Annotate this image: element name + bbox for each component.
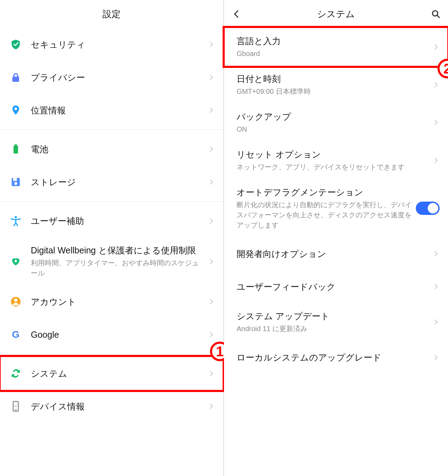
chevron bbox=[208, 40, 215, 49]
chevron bbox=[208, 257, 215, 266]
chevron bbox=[208, 144, 215, 154]
row-title: セキュリティ bbox=[31, 38, 204, 51]
sync-icon bbox=[10, 368, 22, 379]
system-title: システム bbox=[317, 8, 355, 20]
chevron-right-icon bbox=[208, 401, 215, 411]
chevron-right-icon bbox=[433, 282, 440, 292]
settings-header: 設定 bbox=[0, 0, 223, 28]
row-title: Digital Wellbeing と保護者による使用制限 bbox=[31, 244, 204, 257]
chevron bbox=[208, 401, 215, 411]
chevron bbox=[433, 249, 440, 259]
row-subtitle: ネットワーク、アプリ、デバイスをリセットできます bbox=[237, 162, 428, 172]
row-title: 位置情報 bbox=[31, 104, 204, 117]
heart-icon bbox=[10, 255, 22, 267]
row-title: ユーザー補助 bbox=[31, 215, 204, 227]
row-feedback[interactable]: ユーザーフィードバック bbox=[224, 270, 448, 303]
settings-title: 設定 bbox=[103, 8, 121, 20]
chevron-right-icon bbox=[433, 80, 440, 90]
row-title: オートデフラグメンテーション bbox=[237, 186, 412, 198]
row-battery[interactable]: 電池 bbox=[0, 133, 223, 166]
account-icon bbox=[10, 296, 22, 308]
chevron bbox=[208, 330, 215, 340]
chevron-right-icon bbox=[208, 177, 215, 187]
row-storage[interactable]: ストレージ bbox=[0, 166, 223, 198]
battery-icon bbox=[10, 143, 22, 155]
row-title: システム bbox=[31, 368, 204, 380]
chevron-right-icon bbox=[208, 297, 215, 307]
row-subtitle: Gboard bbox=[237, 49, 428, 59]
chevron-right-icon bbox=[208, 330, 215, 340]
chevron-right-icon bbox=[208, 72, 215, 82]
search-button[interactable] bbox=[430, 0, 441, 28]
row-system[interactable]: システム bbox=[0, 357, 223, 390]
divider bbox=[0, 201, 223, 202]
chevron-right-icon bbox=[433, 249, 440, 259]
row-subtitle: ON bbox=[237, 124, 428, 134]
chevron-right-icon bbox=[208, 369, 215, 378]
row-wellbeing[interactable]: Digital Wellbeing と保護者による使用制限利用時間、アプリタイマ… bbox=[0, 237, 223, 285]
chevron-right-icon bbox=[208, 105, 215, 115]
row-title: Google bbox=[31, 329, 204, 341]
chevron-right-icon bbox=[433, 42, 440, 52]
row-device[interactable]: デバイス情報 bbox=[0, 390, 223, 423]
row-date[interactable]: 日付と時刻GMT+09:00 日本標準時 bbox=[224, 66, 448, 104]
row-title: ローカルシステムのアップグレード bbox=[237, 351, 428, 364]
system-pane: システム 言語と入力Gboard日付と時刻GMT+09:00 日本標準時バックア… bbox=[224, 0, 448, 476]
row-google[interactable]: Google bbox=[0, 318, 223, 351]
chevron bbox=[433, 282, 440, 292]
row-title: プライバシー bbox=[31, 71, 204, 84]
back-icon bbox=[231, 9, 241, 19]
chevron bbox=[433, 118, 440, 127]
chevron-right-icon bbox=[208, 257, 215, 266]
row-backup[interactable]: バックアップON bbox=[224, 104, 448, 141]
divider bbox=[0, 354, 223, 354]
row-reset[interactable]: リセット オプションネットワーク、アプリ、デバイスをリセットできます bbox=[224, 141, 448, 179]
chevron bbox=[208, 297, 215, 307]
chevron bbox=[208, 369, 215, 378]
row-title: バックアップ bbox=[237, 111, 428, 123]
row-update[interactable]: システム アップデートAndroid 11 に更新済み bbox=[224, 303, 448, 341]
row-title: システム アップデート bbox=[237, 310, 428, 322]
row-subtitle: 利用時間、アプリタイマー、おやすみ時間のスケジュール bbox=[31, 258, 204, 278]
row-subtitle: GMT+09:00 日本標準時 bbox=[237, 86, 428, 97]
search-icon bbox=[430, 9, 441, 19]
row-title: 言語と入力 bbox=[237, 35, 428, 47]
row-title: アカウント bbox=[31, 296, 204, 308]
row-dev[interactable]: 開発者向けオプション bbox=[224, 237, 448, 270]
row-accounts[interactable]: アカウント bbox=[0, 285, 223, 318]
row-lang[interactable]: 言語と入力Gboard bbox=[224, 28, 448, 66]
row-local[interactable]: ローカルシステムのアップグレード bbox=[224, 341, 448, 374]
chevron-right-icon bbox=[433, 155, 440, 165]
row-title: 電池 bbox=[31, 143, 204, 155]
chevron bbox=[208, 216, 215, 226]
google-icon bbox=[10, 329, 22, 341]
chevron-right-icon bbox=[433, 317, 440, 327]
chevron-right-icon bbox=[433, 118, 440, 127]
chevron bbox=[433, 317, 440, 327]
chevron-right-icon bbox=[208, 216, 215, 226]
row-a11y[interactable]: ユーザー補助 bbox=[0, 204, 223, 237]
row-title: ストレージ bbox=[31, 176, 204, 188]
back-button[interactable] bbox=[231, 0, 241, 28]
chevron bbox=[208, 177, 215, 187]
chevron bbox=[433, 42, 440, 52]
row-subtitle: 断片化の状況により自動的にデフラグを実行し、デバイスパフォーマンを向上させ、ディ… bbox=[237, 200, 412, 230]
chevron bbox=[208, 105, 215, 115]
row-location[interactable]: 位置情報 bbox=[0, 94, 223, 127]
chevron bbox=[433, 80, 440, 90]
chevron-right-icon bbox=[208, 144, 215, 154]
row-title: 日付と時刻 bbox=[237, 73, 428, 85]
toggle-defrag[interactable] bbox=[416, 202, 440, 215]
row-privacy[interactable]: プライバシー bbox=[0, 61, 223, 94]
system-header: システム bbox=[224, 0, 448, 28]
chevron bbox=[433, 352, 440, 362]
chevron bbox=[433, 155, 440, 165]
row-title: リセット オプション bbox=[237, 148, 428, 161]
row-security[interactable]: セキュリティ bbox=[0, 28, 223, 61]
row-title: デバイス情報 bbox=[31, 400, 204, 413]
pin-icon bbox=[10, 104, 22, 116]
row-defrag[interactable]: オートデフラグメンテーション断片化の状況により自動的にデフラグを実行し、デバイス… bbox=[224, 179, 448, 237]
chevron-right-icon bbox=[208, 40, 215, 49]
save-icon bbox=[10, 176, 22, 188]
system-list: 言語と入力Gboard日付と時刻GMT+09:00 日本標準時バックアップONリ… bbox=[224, 28, 448, 374]
